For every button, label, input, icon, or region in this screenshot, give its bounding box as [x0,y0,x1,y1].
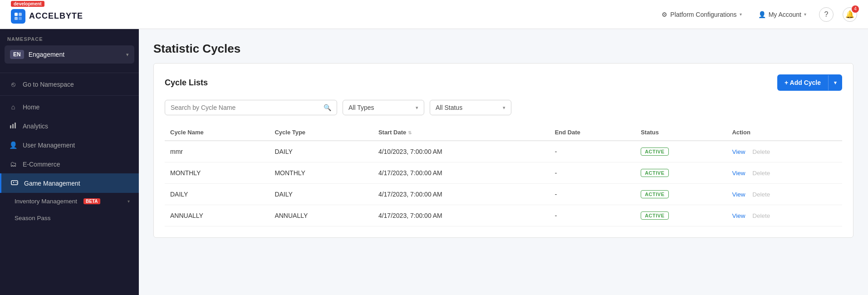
ns-name: Engagement [29,51,122,58]
status-badge: ACTIVE [641,211,668,220]
ns-code: EN [10,50,24,59]
cell-cycle-type: MONTHLY [269,162,373,184]
home-icon: ⌂ [9,103,17,111]
cell-end-date: - [549,141,635,162]
main-content: Statistic Cycles Cycle Lists + Add Cycle… [139,29,868,295]
chevron-down-icon: ▾ [416,105,418,111]
svg-rect-5 [12,124,14,128]
cell-cycle-name: ANNUALLY [165,205,269,226]
col-cycle-name: Cycle Name [165,124,269,141]
status-filter-wrap[interactable]: All Status ACTIVE INACTIVE ▾ [430,100,511,115]
cell-end-date: - [549,205,635,226]
cell-status: ACTIVE [635,184,726,205]
table-row: MONTHLY MONTHLY 4/17/2023, 7:00:00 AM - … [165,162,842,184]
add-cycle-arrow-icon: ▾ [828,75,842,90]
view-button[interactable]: View [732,212,745,219]
svg-rect-6 [15,123,16,128]
card-header: Cycle Lists + Add Cycle ▾ [165,74,842,91]
delete-button[interactable]: Delete [752,191,770,198]
sidebar-item-user-management[interactable]: 👤 User Management [0,136,139,155]
cell-status: ACTIVE [635,141,726,162]
svg-rect-4 [10,125,11,128]
status-badge: ACTIVE [641,190,668,198]
sidebar: NAMESPACE EN Engagement ▾ ⎋ Go to Namesp… [0,29,139,295]
page-header: Statistic Cycles [139,29,868,63]
sidebar-divider [0,73,139,73]
view-button[interactable]: View [732,148,745,155]
platform-config-btn[interactable]: ⚙ Platform Configurations ▾ [658,9,745,20]
cell-action: View Delete [726,162,842,184]
namespace-label: NAMESPACE [0,29,139,45]
ecommerce-icon: 🗂 [9,160,17,168]
main-layout: NAMESPACE EN Engagement ▾ ⎋ Go to Namesp… [0,29,868,295]
my-account-label: My Account [769,11,801,18]
top-header: development ACCELBYTE ⚙ Platform Configu… [0,0,868,29]
sidebar-item-label: Game Management [24,180,80,187]
sidebar-item-game-management[interactable]: Game Management [0,173,139,193]
logo-icon [11,9,25,24]
cell-cycle-name: DAILY [165,184,269,205]
svg-point-8 [15,182,16,183]
namespace-selector[interactable]: EN Engagement ▾ [5,45,134,64]
my-account-btn[interactable]: 👤 My Account ▾ [755,9,810,20]
sidebar-item-goto-namespace[interactable]: ⎋ Go to Namespace [0,75,139,93]
analytics-icon [9,122,17,130]
table-row: DAILY DAILY 4/17/2023, 7:00:00 AM - ACTI… [165,184,842,205]
sidebar-item-label: Home [23,103,39,111]
cell-cycle-type: ANNUALLY [269,205,373,226]
sidebar-item-analytics[interactable]: Analytics [0,116,139,136]
inventory-management-label: Inventory Management [15,198,77,205]
table-row: ANNUALLY ANNUALLY 4/17/2023, 7:00:00 AM … [165,205,842,226]
cell-start-date: 4/17/2023, 7:00:00 AM [373,162,549,184]
sidebar-item-label: E-Commerce [23,161,60,168]
filters-row: 🔍 All Types DAILY WEEKLY MONTHLY ANNUALL… [165,100,842,115]
help-button[interactable]: ? [819,7,834,22]
cell-status: ACTIVE [635,205,726,226]
delete-button[interactable]: Delete [752,170,770,177]
user-management-icon: 👤 [9,141,17,149]
sidebar-item-home[interactable]: ⌂ Home [0,98,139,116]
status-badge: ACTIVE [641,148,668,156]
status-select[interactable]: All Status ACTIVE INACTIVE [436,104,503,111]
cell-cycle-type: DAILY [269,141,373,162]
gear-icon: ⚙ [662,11,667,18]
svg-point-9 [16,182,17,183]
types-filter-wrap[interactable]: All Types DAILY WEEKLY MONTHLY ANNUALLY … [343,100,424,115]
svg-rect-3 [19,17,22,20]
cell-start-date: 4/10/2023, 7:00:00 AM [373,141,549,162]
sidebar-item-label: Go to Namespace [23,81,74,88]
cycle-table: Cycle Name Cycle Type Start Date ⇅ End D… [165,124,842,226]
types-select[interactable]: All Types DAILY WEEKLY MONTHLY ANNUALLY [348,104,416,111]
sidebar-sub-item-season-pass[interactable]: Season Pass [0,210,139,226]
svg-rect-2 [15,17,18,20]
col-start-date[interactable]: Start Date ⇅ [373,124,549,141]
search-input[interactable] [171,104,320,111]
sidebar-divider-2 [0,95,139,96]
add-cycle-label: + Add Cycle [777,74,828,91]
status-badge: ACTIVE [641,169,668,177]
cell-action: View Delete [726,141,842,162]
logo-badge: development ACCELBYTE [11,5,83,24]
sidebar-item-label: Analytics [23,123,48,130]
sidebar-item-label: User Management [23,142,75,149]
delete-button[interactable]: Delete [752,148,770,155]
notifications-button[interactable]: 🔔 4 [843,7,857,22]
notif-count: 4 [852,5,859,13]
cell-start-date: 4/17/2023, 7:00:00 AM [373,205,549,226]
search-input-wrap[interactable]: 🔍 [165,100,337,115]
delete-button[interactable]: Delete [752,212,770,219]
sidebar-sub-item-inventory-management[interactable]: Inventory Management BETA ▾ [0,193,139,210]
sidebar-item-ecommerce[interactable]: 🗂 E-Commerce [0,155,139,173]
view-button[interactable]: View [732,170,745,177]
chevron-down-icon: ▾ [740,12,742,17]
cell-cycle-type: DAILY [269,184,373,205]
add-cycle-button[interactable]: + Add Cycle ▾ [777,74,842,91]
logo-area: development ACCELBYTE [11,5,83,24]
chevron-down-icon: ▾ [503,105,505,111]
season-pass-label: Season Pass [15,215,51,221]
view-button[interactable]: View [732,191,745,198]
beta-badge: BETA [83,198,100,204]
chevron-down-icon: ▾ [126,52,129,58]
col-action: Action [726,124,842,141]
cell-start-date: 4/17/2023, 7:00:00 AM [373,184,549,205]
